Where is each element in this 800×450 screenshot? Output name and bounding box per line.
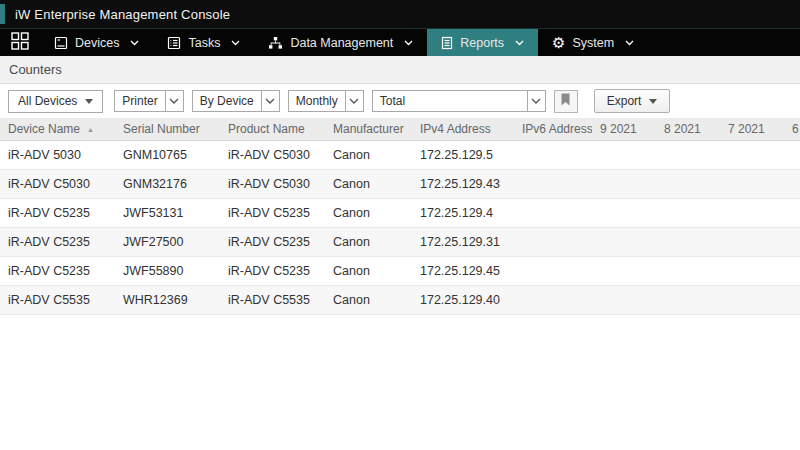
column-header-device-name[interactable]: Device Name▲: [0, 118, 115, 140]
table-row[interactable]: iR-ADV C5235JWF55890iR-ADV C5235Canon172…: [0, 256, 800, 285]
table-cell: [656, 285, 720, 314]
counter-type-select[interactable]: Total: [372, 90, 546, 112]
table-cell: [592, 140, 656, 169]
table-cell: [720, 198, 784, 227]
column-header-7-2021[interactable]: 7 2021: [720, 118, 784, 140]
table-cell: 172.25.129.5: [412, 140, 514, 169]
bookmark-button[interactable]: [554, 90, 578, 113]
table-cell: iR-ADV C5030: [220, 169, 325, 198]
table-cell: [784, 169, 800, 198]
counters-table-container: Device Name▲Serial NumberProduct NameMan…: [0, 118, 800, 315]
table-cell: iR-ADV C5030: [220, 140, 325, 169]
column-header-9-2021[interactable]: 9 2021: [592, 118, 656, 140]
app-title: iW Enterprise Management Console: [15, 7, 230, 22]
table-cell: Canon: [325, 256, 412, 285]
tasks-icon: [167, 36, 181, 50]
device-group-dropdown[interactable]: All Devices: [8, 90, 103, 113]
column-header-8-2021[interactable]: 8 2021: [656, 118, 720, 140]
table-cell: [784, 285, 800, 314]
caret-down-icon: [85, 99, 93, 104]
table-row[interactable]: iR-ADV C5235JWF53131iR-ADV C5235Canon172…: [0, 198, 800, 227]
table-cell: [720, 140, 784, 169]
nav-item-label: Data Management: [290, 36, 393, 50]
caret-down-icon: [649, 99, 657, 104]
table-cell: [592, 198, 656, 227]
table-cell: [514, 140, 592, 169]
period-select[interactable]: Monthly: [288, 90, 364, 112]
table-cell: Canon: [325, 140, 412, 169]
reports-icon: [441, 36, 453, 50]
column-header-ipv6-address[interactable]: IPv6 Address: [514, 118, 592, 140]
chevron-down-icon: [625, 40, 634, 46]
devices-icon: [54, 36, 68, 50]
table-cell: [720, 256, 784, 285]
table-cell: [592, 285, 656, 314]
counters-table: Device Name▲Serial NumberProduct NameMan…: [0, 118, 800, 315]
nav-item-label: Devices: [75, 36, 119, 50]
chevron-down-icon: [165, 91, 183, 111]
table-cell: [656, 140, 720, 169]
nav-item-devices[interactable]: Devices: [40, 29, 153, 56]
table-cell: [514, 198, 592, 227]
column-header-serial-number[interactable]: Serial Number: [115, 118, 220, 140]
table-cell: iR-ADV C5235: [220, 256, 325, 285]
column-header-ipv4-address[interactable]: IPv4 Address: [412, 118, 514, 140]
chevron-down-icon: [345, 91, 363, 111]
data-management-icon: [268, 36, 283, 50]
table-cell: [656, 256, 720, 285]
nav-item-system[interactable]: ⚙ System: [538, 29, 648, 56]
chevron-down-icon: [261, 91, 279, 111]
counter-type-value: Total: [373, 91, 527, 111]
nav-item-tasks[interactable]: Tasks: [153, 29, 254, 56]
apps-grid-button[interactable]: [0, 29, 40, 56]
chevron-down-icon: [130, 40, 139, 46]
nav-item-data-management[interactable]: Data Management: [254, 29, 427, 56]
table-row[interactable]: iR-ADV C5535WHR12369iR-ADV C5535Canon172…: [0, 285, 800, 314]
table-cell: [784, 256, 800, 285]
table-cell: iR-ADV C5235: [0, 227, 115, 256]
table-cell: [720, 285, 784, 314]
sort-ascending-icon: ▲: [87, 126, 94, 133]
main-nav: Devices Tasks Data Management: [0, 28, 800, 56]
column-header-product-name[interactable]: Product Name: [220, 118, 325, 140]
chevron-down-icon: [527, 91, 545, 111]
table-cell: iR-ADV C5235: [0, 256, 115, 285]
table-cell: WHR12369: [115, 285, 220, 314]
table-cell: [656, 227, 720, 256]
table-cell: JWF55890: [115, 256, 220, 285]
table-cell: [720, 227, 784, 256]
table-header-row: Device Name▲Serial NumberProduct NameMan…: [0, 118, 800, 140]
table-cell: 172.25.129.43: [412, 169, 514, 198]
table-cell: Canon: [325, 285, 412, 314]
logo-mark: [0, 4, 5, 24]
table-cell: [514, 285, 592, 314]
chevron-down-icon: [231, 40, 240, 46]
table-cell: iR-ADV C5030: [0, 169, 115, 198]
page-title: Counters: [9, 62, 62, 77]
apps-grid-icon: [11, 32, 29, 54]
device-type-select[interactable]: Printer: [114, 90, 183, 112]
device-group-label: All Devices: [18, 94, 77, 108]
view-by-select[interactable]: By Device: [192, 90, 280, 112]
table-cell: GNM10765: [115, 140, 220, 169]
bookmark-icon: [560, 92, 571, 110]
table-row[interactable]: iR-ADV C5235JWF27500iR-ADV C5235Canon172…: [0, 227, 800, 256]
nav-item-reports[interactable]: Reports: [427, 29, 538, 56]
table-row[interactable]: iR-ADV C5030GNM32176iR-ADV C5030Canon172…: [0, 169, 800, 198]
table-cell: JWF53131: [115, 198, 220, 227]
export-button[interactable]: Export: [594, 89, 671, 113]
table-cell: iR-ADV C5535: [0, 285, 115, 314]
page-title-bar: Counters: [0, 56, 800, 84]
table-cell: iR-ADV C5235: [220, 227, 325, 256]
table-cell: 172.25.129.40: [412, 285, 514, 314]
column-header-manufacturer[interactable]: Manufacturer: [325, 118, 412, 140]
table-cell: [784, 140, 800, 169]
system-icon: ⚙: [552, 35, 565, 50]
export-label: Export: [607, 94, 642, 108]
table-row[interactable]: iR-ADV 5030GNM10765iR-ADV C5030Canon172.…: [0, 140, 800, 169]
table-cell: [592, 256, 656, 285]
column-header-6-2021[interactable]: 6 2021: [784, 118, 800, 140]
table-cell: iR-ADV 5030: [0, 140, 115, 169]
title-bar: iW Enterprise Management Console: [0, 0, 800, 28]
chevron-down-icon: [404, 40, 413, 46]
